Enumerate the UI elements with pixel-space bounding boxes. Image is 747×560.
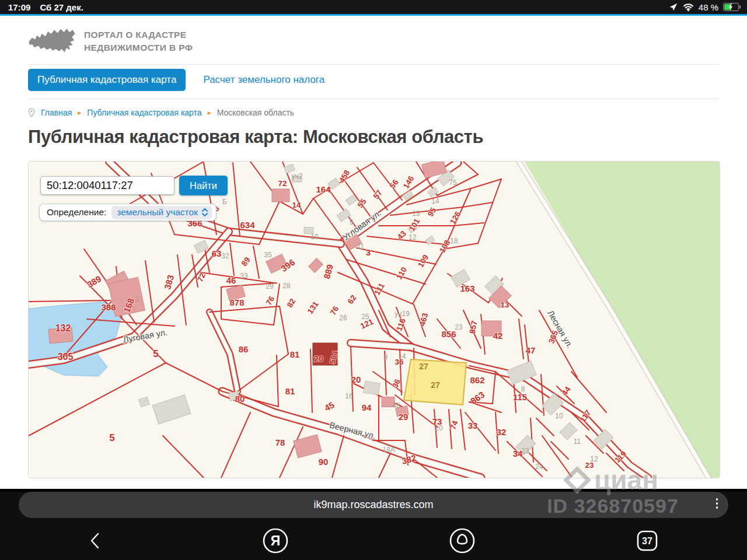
svg-text:уч19: уч19 [395,310,410,318]
svg-text:47: 47 [526,345,536,355]
svg-text:12: 12 [409,233,417,242]
svg-text:81: 81 [285,386,295,396]
svg-text:9: 9 [350,218,354,226]
svg-text:862: 862 [470,375,484,385]
svg-text:Я: Я [270,533,280,548]
status-bar: 17:09 Сб 27 дек. 48 % [0,0,747,14]
svg-text:28: 28 [282,282,291,290]
svg-text:33: 33 [240,272,248,280]
breadcrumb: Главная ▸ Публичная кадастровая карта ▸ … [28,108,719,117]
definition-value: земельный участок [117,207,198,218]
svg-text:уч2: уч2 [292,172,303,180]
yandex-icon: Я [261,527,289,555]
svg-text:35: 35 [264,251,272,259]
select-chevrons-icon [202,208,208,217]
svg-text:48: 48 [392,401,400,410]
svg-text:115: 115 [513,392,527,402]
location-arrow-icon [669,2,678,12]
page-title: Публичная кадастровая карта: Московская … [28,127,719,148]
tab-land-tax-calc[interactable]: Расчет земельного налога [203,69,324,91]
svg-text:20: 20 [314,354,324,363]
breadcrumb-current: Московская область [217,108,294,117]
svg-text:63: 63 [212,249,222,258]
logo-line1: ПОРТАЛ О КАДАСТРЕ [84,29,193,41]
cadastral-number-input[interactable] [40,176,174,195]
svg-text:20: 20 [351,374,361,384]
browser-bottom-bar: ik9map.roscadastres.com Я 37 [0,492,747,560]
definition-select[interactable]: земельный участок [111,206,212,219]
svg-text:878: 878 [229,298,244,307]
svg-text:72: 72 [278,179,287,188]
home-button[interactable] [448,527,476,556]
pin-icon [28,108,35,117]
divider [28,99,719,99]
svg-text:81: 81 [290,349,300,359]
menu-dots-icon[interactable] [716,498,718,509]
svg-text:132: 132 [55,323,71,333]
svg-text:18А: 18А [382,446,395,454]
svg-text:11: 11 [357,243,365,251]
battery-percent: 48 % [699,2,718,12]
svg-text:5: 5 [109,432,114,443]
battery-icon [723,3,739,11]
breadcrumb-home[interactable]: Главная [41,108,72,117]
svg-text:80: 80 [235,394,245,404]
svg-text:14: 14 [292,201,301,209]
svg-text:94: 94 [362,402,372,412]
search-button[interactable]: Найти [179,176,228,195]
svg-text:634: 634 [240,220,255,230]
svg-text:13: 13 [412,209,420,218]
cadastral-map: 72уч216445856575514675149101314951011264… [28,161,720,478]
svg-text:10: 10 [310,233,319,241]
status-date: Сб 27 дек. [40,2,83,12]
svg-text:11: 11 [574,438,581,446]
svg-text:856: 856 [441,329,456,339]
breadcrumb-arrow-icon: ▸ [208,108,211,117]
svg-text:10: 10 [555,412,563,420]
svg-text:27: 27 [431,380,440,390]
svg-text:388: 388 [101,302,116,312]
breadcrumb-map[interactable]: Публичная кадастровая карта [87,108,201,117]
russia-map-logo-icon [28,26,76,57]
svg-text:86: 86 [239,344,249,354]
back-button[interactable] [88,531,102,552]
svg-text:2: 2 [135,295,139,303]
svg-text:78: 78 [275,438,285,447]
svg-text:33: 33 [468,421,478,430]
svg-text:14: 14 [431,197,439,205]
svg-text:23: 23 [455,323,463,331]
svg-text:27: 27 [419,362,428,371]
definition-bar: Определение: земельный участок [39,204,217,221]
svg-text:29: 29 [266,282,274,290]
svg-text:13: 13 [500,300,509,309]
main-tabs: Публичная кадастровая карта Расчет земел… [28,69,719,91]
svg-text:163: 163 [460,284,474,293]
address-bar[interactable]: ik9map.roscadastres.com [19,492,728,518]
page-content: ПОРТАЛ О КАДАСТРЕ НЕДВИЖИМОСТИ В РФ Публ… [0,16,747,489]
site-logo[interactable]: ПОРТАЛ О КАДАСТРЕ НЕДВИЖИМОСТИ В РФ [28,16,719,57]
svg-text:5: 5 [153,348,158,359]
svg-text:Б: Б [222,198,227,206]
alice-icon [448,527,476,555]
svg-text:23: 23 [521,447,529,455]
tabs-button[interactable]: 37 [636,529,659,554]
svg-text:12: 12 [590,455,598,463]
yandex-button[interactable]: Я [261,527,289,556]
svg-text:42: 42 [493,331,503,341]
svg-text:24: 24 [535,463,543,471]
svg-text:16: 16 [345,392,353,400]
svg-text:18: 18 [450,237,458,245]
logo-line2: НЕДВИЖИМОСТИ В РФ [84,41,193,54]
svg-text:305: 305 [58,352,74,362]
tabs-count-text: 37 [642,536,652,546]
svg-text:75: 75 [449,178,457,187]
svg-text:4: 4 [402,352,406,360]
tab-public-cadastral-map[interactable]: Публичная кадастровая карта [28,69,186,91]
svg-text:46: 46 [226,275,236,285]
svg-text:164: 164 [316,184,331,194]
svg-text:32: 32 [221,252,229,260]
svg-text:26: 26 [339,314,347,322]
definition-label: Определение: [47,207,106,218]
svg-text:32: 32 [497,427,507,437]
svg-text:3: 3 [366,247,371,257]
